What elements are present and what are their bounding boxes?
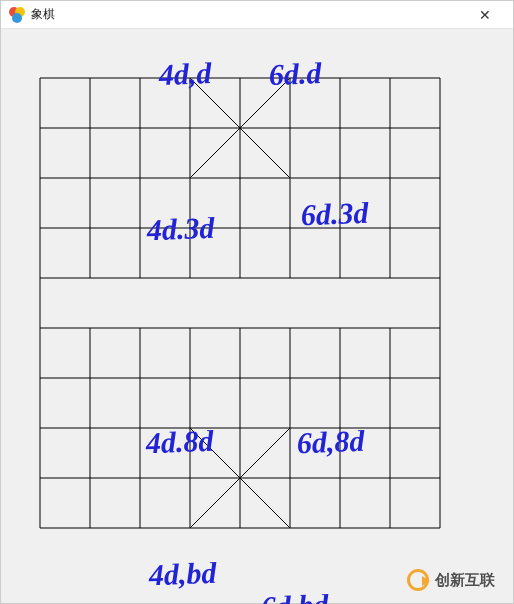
handwritten-note: 4d,bd — [148, 558, 217, 590]
close-button[interactable]: ✕ — [465, 7, 505, 23]
app-window: 象棋 ✕ 4d,d6d.d4d.3d6d.3d4d.8d6d,8d4d,bd6d… — [0, 0, 514, 604]
window-title: 象棋 — [31, 6, 465, 23]
app-icon — [9, 7, 25, 23]
titlebar: 象棋 ✕ — [1, 1, 513, 29]
client-area: 4d,d6d.d4d.3d6d.3d4d.8d6d,8d4d,bd6d,bd 创… — [1, 29, 513, 603]
watermark-logo-icon — [407, 569, 429, 591]
watermark-text: 创新互联 — [435, 571, 495, 590]
xiangqi-board — [39, 77, 441, 529]
handwritten-note: 6d,bd — [260, 590, 329, 604]
watermark: 创新互联 — [407, 569, 495, 591]
